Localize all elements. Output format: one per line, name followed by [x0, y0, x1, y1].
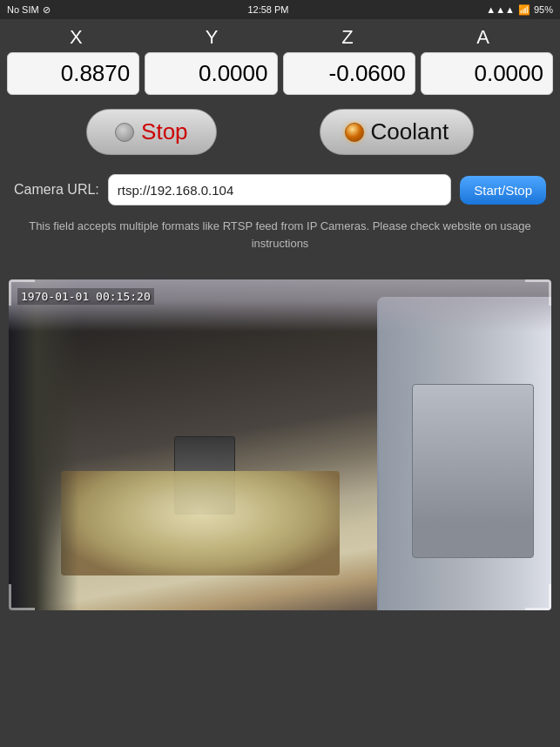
axis-label-y: Y — [145, 26, 280, 49]
stop-button[interactable]: Stop — [86, 109, 217, 155]
camera-url-row: Camera URL: Start/Stop — [0, 169, 560, 211]
axis-label-z: Z — [280, 26, 416, 49]
start-stop-button[interactable]: Start/Stop — [460, 176, 546, 205]
status-indicators: ▲▲▲ 📶 95% — [486, 4, 553, 16]
status-bar: No SIM ⊘ 12:58 PM ▲▲▲ 📶 95% — [0, 0, 560, 19]
wifi-icon: 📶 — [518, 4, 530, 16]
axis-labels-row: X Y Z A — [0, 19, 560, 52]
camera-url-label: Camera URL: — [14, 182, 99, 198]
machine-visual — [9, 279, 551, 610]
camera-feed-bg: 1970-01-01 00:15:20 — [9, 279, 551, 610]
sim-icon: ⊘ — [43, 4, 51, 16]
coord-y: 0.0000 — [145, 52, 277, 95]
start-stop-label: Start/Stop — [474, 183, 532, 198]
battery-label: 95% — [534, 4, 553, 15]
camera-feed-container: 1970-01-01 00:15:20 — [9, 279, 551, 610]
carrier-label: No SIM — [7, 4, 39, 15]
coolant-label: Coolant — [371, 118, 449, 145]
coord-a: 0.0000 — [421, 52, 553, 95]
frame-corner-tl — [9, 279, 35, 306]
stop-icon — [115, 123, 134, 142]
stop-label: Stop — [141, 118, 188, 145]
axis-label-x: X — [9, 26, 145, 49]
coord-row: 0.8870 0.0000 -0.0600 0.0000 — [0, 52, 560, 95]
frame-corner-br — [525, 584, 551, 610]
signal-icon: ▲▲▲ — [486, 4, 515, 15]
camera-url-input[interactable] — [108, 174, 451, 205]
status-time: 12:58 PM — [247, 4, 288, 15]
help-text: This field accepts multiple formats like… — [0, 211, 560, 259]
coord-x: 0.8870 — [7, 52, 139, 95]
camera-timestamp: 1970-01-01 00:15:20 — [17, 288, 154, 305]
frame-corner-bl — [9, 584, 35, 610]
coolant-icon — [345, 123, 364, 142]
coord-z: -0.0600 — [283, 52, 415, 95]
frame-corner-tr — [525, 279, 551, 306]
coolant-button[interactable]: Coolant — [320, 109, 475, 155]
status-carrier: No SIM ⊘ — [7, 4, 51, 16]
controls-row: Stop Coolant — [0, 95, 560, 169]
axis-label-a: A — [415, 26, 551, 49]
